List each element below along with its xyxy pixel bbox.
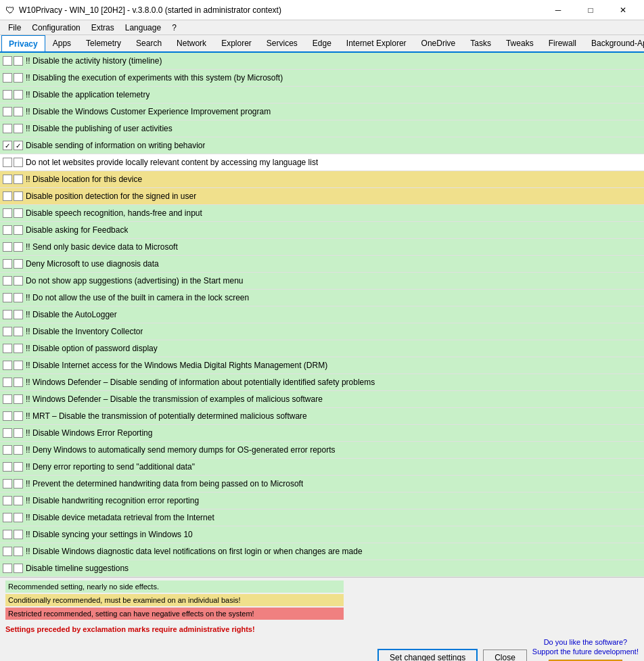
- row-checkbox-outer[interactable]: [3, 327, 12, 336]
- row-checkbox-inner[interactable]: [14, 141, 23, 150]
- row-checkbox-outer[interactable]: [3, 428, 12, 438]
- row-checkbox-inner[interactable]: [14, 225, 23, 235]
- row-checkbox-outer[interactable]: [3, 564, 12, 573]
- row-checkbox-inner[interactable]: [14, 208, 23, 218]
- row-checkbox-outer[interactable]: [3, 394, 12, 404]
- row-checkbox-outer[interactable]: [3, 208, 12, 218]
- tab-privacy[interactable]: Privacy: [1, 35, 45, 53]
- row-checkbox-outer[interactable]: [3, 293, 12, 302]
- row-label: Do not show app suggestions (advertising…: [26, 276, 244, 286]
- tab-tweaks[interactable]: Tweaks: [499, 35, 541, 51]
- menu-language[interactable]: Language: [120, 22, 166, 34]
- row-checkbox-outer[interactable]: [3, 361, 12, 370]
- row-checkbox-inner[interactable]: [14, 394, 23, 404]
- tab-search[interactable]: Search: [129, 35, 169, 51]
- row-checkbox-outer[interactable]: [3, 411, 12, 421]
- row-checkbox-outer[interactable]: [3, 344, 12, 353]
- row-checkbox-inner[interactable]: [14, 361, 23, 370]
- row-checkbox-outer[interactable]: [3, 90, 12, 99]
- menu-help[interactable]: ?: [166, 22, 182, 34]
- row-checkbox-outer[interactable]: [3, 73, 12, 83]
- tab-onedrive[interactable]: OneDrive: [414, 35, 463, 51]
- row-checkbox-outer[interactable]: [3, 175, 12, 184]
- row-checkbox-inner[interactable]: [14, 445, 23, 455]
- row-checkbox-inner[interactable]: [14, 378, 23, 387]
- row-checkbox-inner[interactable]: [14, 191, 23, 201]
- tab-internet-explorer[interactable]: Internet Explorer: [339, 35, 414, 51]
- legend-yellow: Conditionally recommended, must be exami…: [5, 594, 344, 606]
- title-bar: 🛡 W10Privacy - WIN_10 [20H2] - v.3.8.0.0…: [0, 0, 644, 20]
- row-checkbox-inner[interactable]: [14, 530, 23, 539]
- list-item: !! Disable the Windows Customer Experien…: [0, 104, 644, 120]
- tab-tasks[interactable]: Tasks: [463, 35, 499, 51]
- list-item: Disable asking for Feedback: [0, 222, 644, 239]
- row-checkbox-outer[interactable]: [3, 547, 12, 556]
- tab-background-apps[interactable]: Background-Apps: [584, 35, 644, 51]
- row-checkbox-outer[interactable]: [3, 259, 12, 269]
- tab-apps[interactable]: Apps: [45, 35, 78, 51]
- row-checkbox-inner[interactable]: [14, 56, 23, 66]
- row-checkbox-inner[interactable]: [14, 310, 23, 319]
- row-checkbox-inner[interactable]: [14, 513, 23, 522]
- row-checkbox-inner[interactable]: [14, 124, 23, 133]
- row-checkbox-inner[interactable]: [14, 496, 23, 505]
- close-app-button[interactable]: Close: [483, 649, 527, 661]
- row-checkbox-inner[interactable]: [14, 242, 23, 252]
- row-checkbox-inner[interactable]: [14, 411, 23, 421]
- tab-edge[interactable]: Edge: [305, 35, 339, 51]
- row-checkbox-inner[interactable]: [14, 73, 23, 83]
- row-checkbox-inner[interactable]: [14, 293, 23, 302]
- row-checkbox-outer[interactable]: [3, 124, 12, 133]
- menu-configuration[interactable]: Configuration: [26, 22, 85, 34]
- row-checkbox-outer[interactable]: [3, 276, 12, 286]
- menu-file[interactable]: File: [3, 22, 26, 34]
- row-checkbox-inner[interactable]: [14, 479, 23, 488]
- list-item: !! Disable handwriting recognition error…: [0, 493, 644, 509]
- set-changed-button[interactable]: Set changed settings: [377, 649, 478, 661]
- row-checkbox-outer[interactable]: [3, 158, 12, 167]
- row-checkbox-outer[interactable]: [3, 378, 12, 387]
- row-checkbox-outer[interactable]: [3, 445, 12, 455]
- row-label: Disable speech recognition, hands-free a…: [26, 208, 202, 218]
- row-label: !! Disable Windows diagnostic data level…: [26, 547, 363, 556]
- row-checkbox-inner[interactable]: [14, 547, 23, 556]
- row-checkbox-inner[interactable]: [14, 90, 23, 99]
- row-checkbox-outer[interactable]: [3, 530, 12, 539]
- row-checkbox-outer[interactable]: [3, 479, 12, 488]
- tab-network[interactable]: Network: [169, 35, 214, 51]
- tab-firewall[interactable]: Firewall: [541, 35, 584, 51]
- row-checkbox-inner[interactable]: [14, 564, 23, 573]
- maximize-button[interactable]: □: [575, 0, 606, 20]
- tab-services[interactable]: Services: [259, 35, 305, 51]
- row-checkbox-inner[interactable]: [14, 175, 23, 184]
- menu-extras[interactable]: Extras: [86, 22, 120, 34]
- tab-explorer[interactable]: Explorer: [214, 35, 259, 51]
- row-label: !! Disable the activity history (timelin…: [26, 56, 162, 66]
- close-button[interactable]: ✕: [607, 0, 639, 20]
- row-checkbox-outer[interactable]: [3, 191, 12, 201]
- row-label: Deny Microsoft to use diagnosis data: [26, 259, 159, 269]
- row-checkbox-inner[interactable]: [14, 327, 23, 336]
- row-checkbox-inner[interactable]: [14, 107, 23, 116]
- row-label: !! Disable Internet access for the Windo…: [26, 361, 327, 370]
- row-checkbox-outer[interactable]: [3, 462, 12, 472]
- row-checkbox-outer[interactable]: [3, 513, 12, 522]
- row-checkbox-inner[interactable]: [14, 276, 23, 286]
- row-checkbox-outer[interactable]: [3, 310, 12, 319]
- row-checkbox-outer[interactable]: [3, 141, 12, 150]
- row-checkbox-inner[interactable]: [14, 462, 23, 472]
- row-checkbox-outer[interactable]: [3, 107, 12, 116]
- row-checkbox-outer[interactable]: [3, 56, 12, 66]
- row-checkbox-inner[interactable]: [14, 158, 23, 167]
- minimize-button[interactable]: ─: [543, 0, 574, 20]
- tab-telemetry[interactable]: Telemetry: [78, 35, 129, 51]
- row-checkbox-outer[interactable]: [3, 496, 12, 505]
- footer-legend: Recommended setting, nearly no side effe…: [5, 580, 639, 620]
- row-checkbox-outer[interactable]: [3, 242, 12, 252]
- list-item: !! Disable Internet access for the Windo…: [0, 357, 644, 374]
- row-label: !! Disable the publishing of user activi…: [26, 124, 172, 133]
- row-checkbox-inner[interactable]: [14, 344, 23, 353]
- row-checkbox-inner[interactable]: [14, 259, 23, 269]
- row-checkbox-inner[interactable]: [14, 428, 23, 438]
- row-checkbox-outer[interactable]: [3, 225, 12, 235]
